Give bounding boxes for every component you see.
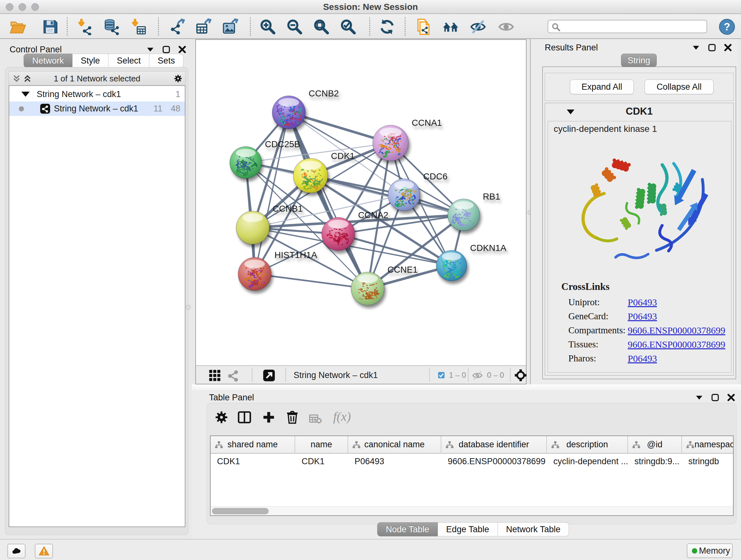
gear-icon[interactable] (214, 410, 228, 424)
split-view-icon[interactable] (238, 410, 252, 424)
crosslink-link[interactable]: 9606.ENSP00000378699 (628, 325, 725, 336)
tab-style[interactable]: Style (72, 54, 109, 68)
first-neighbors-icon[interactable] (442, 18, 459, 35)
scrollbar-thumb[interactable] (212, 508, 269, 514)
memory-button[interactable]: Memory (687, 543, 733, 558)
show-all-icon[interactable] (498, 18, 515, 35)
crosslink-link[interactable]: P06493 (628, 297, 657, 308)
column-header-namespace[interactable]: namespace (682, 436, 734, 454)
table-cell[interactable]: CDK1 (211, 454, 295, 469)
import-table-icon[interactable] (130, 18, 147, 35)
horizontal-scrollbar[interactable] (211, 506, 733, 515)
save-session-icon[interactable] (42, 18, 58, 35)
import-network-database-icon[interactable] (104, 18, 120, 35)
open-session-icon[interactable] (10, 18, 26, 35)
tab-node-table[interactable]: Node Table (377, 522, 438, 537)
column-label: @id (628, 436, 681, 453)
delete-table-icon[interactable] (309, 412, 322, 426)
zoom-fit-icon[interactable] (313, 18, 329, 35)
svg-text:HIST1H1A: HIST1H1A (274, 250, 317, 260)
zoom-in-icon[interactable] (259, 18, 276, 35)
search-input[interactable] (563, 21, 703, 32)
export-network-icon[interactable] (170, 18, 187, 35)
panel-menu-icon[interactable] (695, 393, 703, 401)
table-cell[interactable]: 9606.ENSP00000378699 (441, 454, 547, 469)
tab-network-table[interactable]: Network Table (498, 522, 569, 537)
float-panel-icon[interactable] (162, 45, 171, 54)
zoom-selected-icon[interactable] (340, 18, 356, 35)
gene-section-header[interactable]: CDK1 (545, 103, 733, 120)
float-panel-icon[interactable] (711, 393, 719, 401)
crosslink-label: Compartments: (568, 325, 628, 336)
column-label: namespace (682, 436, 734, 453)
delete-icon[interactable] (285, 410, 299, 424)
svg-text:CDC6: CDC6 (423, 172, 448, 181)
float-panel-icon[interactable] (708, 44, 716, 52)
center-view-icon[interactable] (515, 369, 527, 381)
panel-menu-icon[interactable] (146, 45, 154, 54)
column-label: description (547, 436, 627, 453)
column-header-canonical-name[interactable]: canonical name (348, 436, 441, 454)
crosslink-link[interactable]: P06493 (628, 311, 657, 322)
memory-status-dot (692, 548, 697, 554)
table-cell[interactable]: stringdb (682, 454, 734, 469)
column-header-description[interactable]: description (547, 436, 628, 454)
column-header-shared-name[interactable]: shared name (211, 436, 295, 454)
birds-eye-view-icon[interactable] (209, 369, 221, 381)
table-row[interactable]: CDK1CDK1P064939606.ENSP00000378699cyclin… (211, 454, 733, 469)
table-cell[interactable]: stringdb:9... (628, 454, 682, 469)
network-canvas[interactable]: CCNB2CCNA1CDC25BCDK1CDC6RB1CCNB1CCNA2CDK… (196, 40, 526, 365)
share-network-icon[interactable] (227, 369, 239, 381)
network-edge-count: 48 (171, 104, 180, 114)
tab-network[interactable]: Network (23, 54, 72, 68)
protein-structure-image (566, 146, 713, 261)
tab-edge-table[interactable]: Edge Table (438, 522, 498, 537)
add-column-icon[interactable] (262, 410, 276, 424)
hidden-eye-icon[interactable] (472, 370, 483, 381)
duplicate-network-icon[interactable] (415, 18, 432, 35)
collection-expand-icon[interactable] (21, 91, 30, 97)
expand-all-button[interactable]: Expand All (570, 79, 634, 94)
crosslink-link[interactable]: 9606.ENSP00000378699 (628, 339, 725, 350)
tab-select[interactable]: Select (109, 54, 149, 68)
hide-selected-icon[interactable] (470, 18, 486, 35)
network-options-gear-icon[interactable] (174, 74, 183, 83)
gene-result-section: CDK1 cyclin-dependent kinase 1 CrossLink… (545, 103, 734, 375)
svg-text:CDK1: CDK1 (331, 151, 355, 161)
network-row-selected[interactable]: String Network – cdk1 11 48 (9, 102, 185, 116)
horizontal-splitter[interactable] (192, 384, 741, 390)
column-header-name[interactable]: name (295, 436, 348, 454)
panel-menu-icon[interactable] (692, 44, 700, 52)
crosslink-link[interactable]: P06493 (628, 353, 657, 364)
search-field[interactable] (548, 20, 707, 33)
export-table-icon[interactable] (196, 18, 212, 35)
column-header-database-identifier[interactable]: database identifier (441, 436, 547, 454)
table-cell[interactable]: CDK1 (295, 454, 348, 469)
export-view-icon[interactable] (263, 369, 275, 381)
help-icon[interactable]: ? (719, 18, 735, 35)
close-panel-icon[interactable] (178, 45, 186, 54)
selected-checkbox-icon[interactable] (438, 372, 445, 379)
gene-details: cyclin-dependent kinase 1 CrossLinks Uni… (548, 121, 731, 373)
expand-collapse-box: Expand All Collapse All (545, 73, 734, 101)
export-image-icon[interactable] (223, 18, 239, 35)
results-panel: Results Panel String Expand All Collapse… (530, 39, 738, 384)
warning-icon[interactable] (35, 544, 53, 558)
cloud-icon[interactable] (7, 544, 25, 558)
column-header--id[interactable]: @id (628, 436, 682, 454)
vertical-splitter-handle[interactable] (186, 305, 191, 310)
close-panel-icon[interactable] (727, 393, 735, 401)
tab-sets[interactable]: Sets (149, 54, 184, 68)
table-cell[interactable]: cyclin-dependent ... (547, 454, 628, 469)
table-cell[interactable]: P06493 (348, 454, 441, 469)
function-builder-icon[interactable]: f(x) (333, 409, 362, 425)
close-panel-icon[interactable] (724, 44, 732, 52)
tab-string[interactable]: String (621, 54, 657, 67)
zoom-out-icon[interactable] (286, 18, 302, 35)
collapse-all-button[interactable]: Collapse All (645, 79, 714, 94)
network-collection-row[interactable]: String Network – cdk1 1 (9, 87, 185, 102)
import-network-file-icon[interactable] (77, 18, 93, 35)
results-panel-title: Results Panel (545, 43, 598, 53)
refresh-icon[interactable] (379, 18, 395, 35)
column-label: canonical name (348, 436, 441, 453)
